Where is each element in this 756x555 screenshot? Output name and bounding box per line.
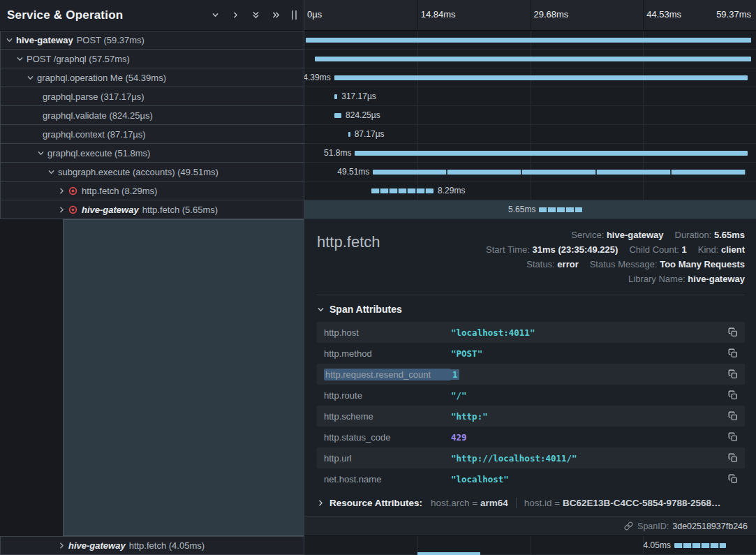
metadata-value: 5.65ms <box>714 230 745 240</box>
timeline-gridline <box>417 0 418 30</box>
span-name: graphql.validate (824.25µs) <box>43 110 153 121</box>
span-tree-row[interactable]: graphql.validate (824.25µs) <box>0 106 304 125</box>
resource-attr-value: BC62E13B-C4CC-5854-9788-2568… <box>563 498 721 508</box>
span-duration-bar[interactable] <box>674 543 726 548</box>
chevron-right-icon[interactable] <box>57 187 66 195</box>
resource-attr-key: host.arch = <box>431 498 480 508</box>
chevron-right-icon[interactable] <box>227 6 244 24</box>
attribute-value: "http://localhost:4011/" <box>451 453 721 464</box>
span-duration-bar[interactable] <box>539 207 581 212</box>
span-tree-row[interactable]: subgraph.execute (accounts) (49.51ms) <box>0 163 304 182</box>
span-name: graphql.execute (51.8ms) <box>47 148 150 158</box>
copy-button[interactable] <box>728 369 738 379</box>
span-duration-bar[interactable] <box>306 38 751 43</box>
copy-button[interactable] <box>728 327 738 337</box>
span-service-name: hive-gateway <box>82 205 139 215</box>
span-duration-label: 49.51ms <box>337 167 369 177</box>
copy-icon <box>728 348 738 358</box>
span-tree-row[interactable]: http.fetch (8.29ms) <box>0 182 304 200</box>
span-tree-row[interactable]: hive-gatewayhttp.fetch (4.05ms) <box>0 536 304 555</box>
span-duration-bar[interactable] <box>373 170 746 175</box>
chevron-down-icon[interactable] <box>15 55 24 63</box>
span-tree-row[interactable]: POST /graphql (57.57ms) <box>0 50 304 68</box>
span-tree-row[interactable]: graphql.execute (51.8ms) <box>0 144 304 163</box>
chevron-down-icon <box>317 306 325 313</box>
attribute-value: "POST" <box>451 348 721 359</box>
span-duration-bar[interactable] <box>334 94 338 99</box>
copy-icon <box>728 369 738 379</box>
span-timeline-row[interactable]: 824.25µs <box>304 106 756 125</box>
selected-span-expansion-area <box>63 219 304 536</box>
span-duration-label: 317.17µs <box>341 91 376 101</box>
attribute-key: net.host.name <box>324 474 451 484</box>
span-name: POST (59.37ms) <box>77 35 144 45</box>
span-name: graphql.operation Me (54.39ms) <box>37 73 166 83</box>
span-name: http.fetch (4.05ms) <box>129 540 205 551</box>
span-tree-row[interactable]: hive-gatewayhttp.fetch (5.65ms) <box>0 200 304 219</box>
timeline-panel: 0µs14.84ms29.68ms44.53ms59.37ms 54.39ms3… <box>304 0 756 555</box>
span-tree-row[interactable]: graphql.operation Me (54.39ms) <box>0 68 304 87</box>
attribute-key: http.method <box>324 348 451 359</box>
span-tree-row[interactable]: graphql.parse (317.17µs) <box>0 87 304 106</box>
double-chevron-right-icon[interactable] <box>267 6 285 24</box>
span-timeline-row[interactable]: 54.39ms <box>304 68 756 87</box>
attribute-row: http.scheme"http:" <box>317 406 745 427</box>
span-timeline-row[interactable]: 5.65ms <box>304 200 756 219</box>
copy-button[interactable] <box>728 474 738 484</box>
span-duration-bar[interactable] <box>334 113 341 118</box>
span-timeline-row[interactable]: 8.29ms <box>304 182 756 200</box>
copy-button[interactable] <box>728 390 738 400</box>
span-timeline-row[interactable]: 49.51ms <box>304 163 756 182</box>
span-timeline-row[interactable] <box>304 50 756 68</box>
attribute-row: net.host.name"localhost" <box>317 468 745 489</box>
resource-attribute: host.arch = arm64 <box>431 498 508 508</box>
chevron-right-icon[interactable] <box>57 542 66 549</box>
span-duration-bar[interactable] <box>315 57 751 61</box>
span-timeline-row[interactable]: 51.8ms <box>304 144 756 163</box>
chevron-down-icon[interactable] <box>207 6 224 24</box>
detail-footer: SpanID: 3de02518937fb246 <box>304 516 756 535</box>
chevron-down-icon[interactable] <box>5 36 14 44</box>
metadata-line: Status: errorStatus Message: Too Many Re… <box>526 257 745 272</box>
chevron-down-icon[interactable] <box>26 74 35 82</box>
span-duration-bar[interactable] <box>348 132 350 137</box>
panel-resize-handle[interactable] <box>290 9 298 21</box>
span-duration-label: 5.65ms <box>508 205 535 214</box>
resource-attributes-section-toggle[interactable]: Resource Attributes: host.arch = arm64ho… <box>317 498 745 508</box>
metadata-pair: Start Time: 31ms (23:35:49.225) <box>486 244 618 255</box>
chevron-right-icon[interactable] <box>57 206 66 214</box>
attribute-key: http.status_code <box>324 432 451 443</box>
span-name: http.fetch (5.65ms) <box>142 205 218 215</box>
span-timeline-row[interactable]: 87.17µs <box>304 125 756 144</box>
timeline-rows: 54.39ms317.17µs824.25µs87.17µs51.8ms49.5… <box>304 31 756 219</box>
copy-button[interactable] <box>728 453 738 463</box>
axis-tick-label: 59.37ms <box>716 9 751 20</box>
attribute-row: http.status_code429 <box>317 427 745 447</box>
copy-button[interactable] <box>728 348 738 358</box>
chevron-down-icon[interactable] <box>36 149 45 157</box>
double-chevron-down-icon[interactable] <box>247 6 265 24</box>
span-duration-label: 87.17µs <box>355 129 385 139</box>
copy-icon <box>728 390 738 400</box>
copy-button[interactable] <box>728 411 738 421</box>
span-timeline-row[interactable]: 317.17µs <box>304 87 756 106</box>
span-id-link[interactable] <box>624 521 633 531</box>
span-duration-bar[interactable] <box>355 151 748 156</box>
metadata-label: Status Message: <box>590 259 660 269</box>
metadata-value: hive-gateway <box>607 230 664 240</box>
span-duration-bar[interactable] <box>371 188 433 193</box>
span-duration-bar[interactable] <box>334 75 748 80</box>
attribute-key: http.scheme <box>324 411 451 422</box>
span-attributes-section-toggle[interactable]: Span Attributes <box>317 304 745 315</box>
chevron-down-icon[interactable] <box>47 168 56 176</box>
span-timeline-row[interactable]: 4.05ms <box>304 536 756 555</box>
metadata-value: 1 <box>682 244 687 255</box>
span-tree-row[interactable]: hive-gatewayPOST (59.37ms) <box>0 31 304 50</box>
span-tree-row[interactable]: graphql.context (87.17µs) <box>0 125 304 144</box>
attribute-row: http.host"localhost:4011" <box>317 322 745 343</box>
attribute-key: http.request.resend_count <box>324 369 451 380</box>
span-timeline-row[interactable] <box>304 31 756 50</box>
copy-button[interactable] <box>728 432 738 442</box>
span-metadata: Service: hive-gatewayDuration: 5.65msSta… <box>380 228 745 286</box>
span-tree-bottom: hive-gatewayhttp.fetch (4.05ms) <box>0 536 304 555</box>
